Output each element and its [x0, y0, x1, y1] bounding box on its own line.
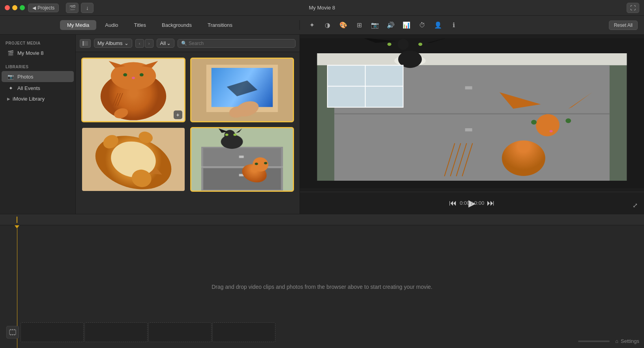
film-strip-icon	[6, 326, 19, 339]
clock-icon[interactable]: ⏱	[417, 20, 428, 31]
info-icon[interactable]: ℹ	[448, 20, 459, 31]
maximize-button[interactable]	[20, 5, 25, 10]
settings-label[interactable]: Settings	[621, 338, 639, 344]
crop-icon[interactable]: ⊞	[354, 20, 365, 31]
timeline-header	[0, 214, 644, 225]
time-separator: /	[471, 200, 473, 206]
media-thumbnail-3[interactable]	[82, 128, 185, 191]
expand-button[interactable]: ⤢	[633, 202, 638, 209]
track-placeholder-1	[21, 322, 84, 342]
main-content: PROJECT MEDIA 🎬 My Movie 8 LIBRARIES 📷 P…	[0, 35, 644, 214]
albums-selector[interactable]: My Albums ⌄	[94, 39, 132, 48]
time-display: 0:00 / 0:00	[460, 200, 484, 206]
timeline-track-area	[0, 316, 644, 348]
tab-my-media[interactable]: My Media	[60, 20, 96, 30]
playhead-indicator	[17, 217, 17, 223]
tab-backgrounds[interactable]: Backgrounds	[155, 20, 199, 30]
track-placeholder-2	[84, 322, 148, 342]
sidebar-item-photos[interactable]: 📷 Photos	[2, 71, 74, 82]
toolbar-tools: ✦ ◑ 🎨 ⊞ 📷 🔊 📊 ⏱ 👤 ℹ	[306, 20, 459, 31]
sidebar-item-label-photos: Photos	[17, 74, 33, 80]
speaker-icon[interactable]: 🔊	[385, 20, 396, 31]
preview-canvas	[300, 38, 644, 188]
timeline-settings[interactable]: ⌂ Settings	[578, 338, 639, 344]
add-badge-1[interactable]: +	[174, 110, 182, 119]
search-input[interactable]	[189, 41, 292, 46]
chart-icon[interactable]: 📊	[401, 20, 412, 31]
download-icon-btn[interactable]: ↓	[81, 3, 94, 13]
nav-arrows: ‹ ›	[135, 39, 154, 48]
tab-audio[interactable]: Audio	[98, 20, 125, 30]
traffic-lights	[5, 5, 25, 10]
tab-transitions[interactable]: Transitions	[200, 20, 240, 30]
svg-rect-0	[82, 41, 84, 46]
svg-rect-8	[14, 334, 15, 335]
minimize-button[interactable]	[12, 5, 17, 10]
toolbar: My Media Audio Titles Backgrounds Transi…	[0, 16, 644, 35]
timeline: Drag and drop video clips and photos fro…	[0, 214, 644, 348]
tab-titles[interactable]: Titles	[127, 20, 154, 30]
chevron-down-icon: ⌄	[124, 40, 129, 46]
person-icon[interactable]: 👤	[432, 20, 444, 31]
media-browser: My Albums ⌄ ‹ › All ⌄ 🔍 +	[76, 35, 300, 214]
camera-icon[interactable]: 📷	[369, 20, 380, 31]
toolbar-tabs: My Media Audio Titles Backgrounds Transi…	[0, 20, 300, 30]
search-box[interactable]: 🔍	[178, 39, 296, 48]
close-button[interactable]	[5, 5, 10, 10]
sidebar-item-my-movie[interactable]: 🎬 My Movie 8	[2, 47, 74, 58]
timeline-body: Drag and drop video clips and photos fro…	[0, 225, 644, 348]
palette-icon[interactable]: 🎨	[338, 20, 349, 31]
sidebar-item-label-imovie-library: iMovie Library	[13, 96, 45, 102]
film-icon: 🎬	[7, 49, 14, 56]
filter-selector[interactable]: All ⌄	[157, 39, 174, 48]
film-icon-btn[interactable]: 🎬	[66, 3, 79, 13]
skip-back-button[interactable]: ⏮	[447, 197, 459, 210]
project-media-section-title: PROJECT MEDIA	[0, 39, 75, 47]
total-time: 0:00	[474, 200, 484, 206]
sidebar-item-label: My Movie 8	[17, 50, 43, 56]
sidebar-item-all-events[interactable]: ✦ All Events	[2, 82, 74, 94]
projects-button[interactable]: ◀ Projects	[28, 4, 59, 12]
svg-rect-3	[10, 329, 11, 330]
media-thumbnail-4[interactable]	[191, 128, 294, 191]
sidebar-item-imovie-library[interactable]: ▶ iMovie Library	[2, 94, 74, 104]
media-browser-header: My Albums ⌄ ‹ › All ⌄ 🔍	[76, 35, 300, 52]
playhead-triangle	[15, 225, 19, 228]
thumb-canvas-1	[82, 58, 185, 122]
preview-controls: ⏮ ▶ ⏭ 0:00 / 0:00 ⤢	[300, 192, 644, 214]
svg-rect-6	[10, 334, 11, 335]
preview-image	[300, 35, 644, 192]
zoom-slider[interactable]	[578, 341, 610, 342]
sidebar-item-label-all-events: All Events	[17, 85, 40, 91]
reset-all-button[interactable]: Reset All	[609, 21, 638, 30]
thumb-canvas-2	[191, 58, 294, 122]
nav-forward-button[interactable]: ›	[145, 39, 154, 48]
thumb-canvas-4	[191, 128, 294, 191]
window-title: My Movie 8	[309, 5, 335, 11]
media-thumbnail-1[interactable]: +	[82, 58, 185, 122]
svg-rect-5	[14, 329, 15, 330]
circle-half-icon[interactable]: ◑	[322, 20, 333, 31]
track-placeholder-4	[212, 322, 275, 342]
titlebar: ◀ Projects 🎬 ↓ My Movie 8 ⛶	[0, 0, 644, 16]
track-placeholder-3	[148, 322, 212, 342]
wand-icon[interactable]: ✦	[306, 20, 317, 31]
thumb-canvas-3	[82, 128, 185, 191]
skip-forward-button[interactable]: ⏭	[485, 197, 497, 210]
toolbar-right: ✦ ◑ 🎨 ⊞ 📷 🔊 📊 ⏱ 👤 ℹ Reset All	[300, 20, 644, 31]
photos-icon: 📷	[7, 73, 14, 80]
chevron-left-icon: ◀	[32, 5, 36, 11]
filter-chevron-icon: ⌄	[167, 40, 171, 46]
search-icon: 🔍	[181, 41, 187, 46]
chevron-right-icon: ▶	[7, 97, 10, 101]
svg-rect-7	[12, 334, 13, 335]
fullscreen-button[interactable]: ⛶	[627, 3, 639, 13]
media-grid: +	[76, 52, 300, 214]
nav-back-button[interactable]: ‹	[135, 39, 144, 48]
toggle-sidebar-button[interactable]	[80, 39, 91, 48]
drop-hint: Drag and drop video clips and photos fro…	[196, 284, 448, 290]
media-thumbnail-2[interactable]	[191, 58, 294, 122]
libraries-section-title: LIBRARIES	[0, 62, 75, 71]
sidebar: PROJECT MEDIA 🎬 My Movie 8 LIBRARIES 📷 P…	[0, 35, 76, 214]
home-icon: ⌂	[615, 338, 618, 344]
